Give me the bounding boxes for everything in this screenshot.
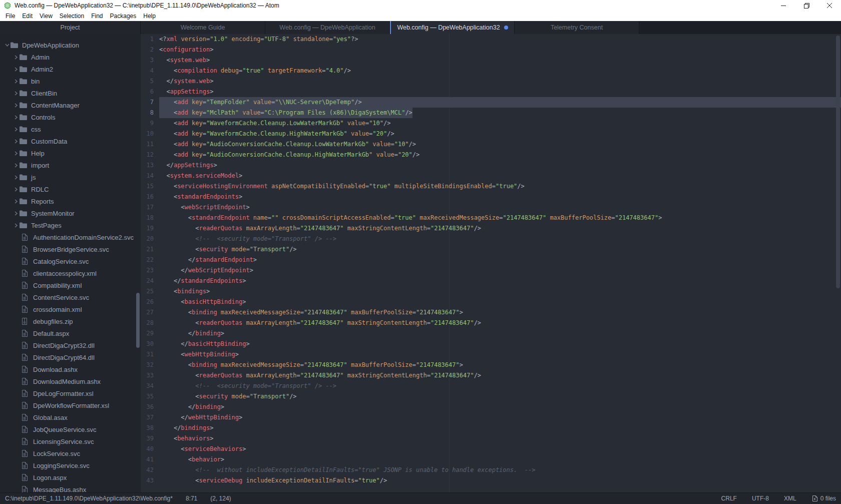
tree-item-loggingservice-svc[interactable]: LoggingService.svc bbox=[0, 459, 141, 471]
line-number[interactable]: 32 bbox=[141, 360, 154, 370]
code-line-25[interactable]: 25 <bindings> bbox=[141, 286, 841, 297]
tree-item-directdigacrypt32-dll[interactable]: DirectDigaCrypt32.dll bbox=[0, 339, 141, 351]
status-encoding[interactable]: UTF-8 bbox=[752, 495, 769, 502]
tree-item-dpelogformatter-xsl[interactable]: DpeLogFormatter.xsl bbox=[0, 387, 141, 399]
menu-help[interactable]: Help bbox=[140, 11, 159, 21]
line-number[interactable]: 4 bbox=[141, 66, 154, 76]
chevron-right-icon[interactable] bbox=[13, 127, 20, 132]
line-number[interactable]: 13 bbox=[141, 160, 154, 171]
code-line-12[interactable]: 12 <add key="AudioConversionCache.Cleanu… bbox=[141, 150, 841, 160]
tree-item-import[interactable]: import bbox=[0, 159, 141, 171]
tree-item-download-ashx[interactable]: Download.ashx bbox=[0, 363, 141, 375]
code-line-6[interactable]: 6 <appSettings> bbox=[141, 87, 841, 97]
tree-scrollbar[interactable] bbox=[136, 293, 140, 348]
code-line-9[interactable]: 9 <add key="WaveformCache.Cleanup.LowWat… bbox=[141, 118, 841, 129]
tree-item-customdata[interactable]: CustomData bbox=[0, 135, 141, 147]
status-grammar[interactable]: XML bbox=[784, 495, 796, 502]
tree-item-systemmonitor[interactable]: SystemMonitor bbox=[0, 207, 141, 219]
tree-item-catalogservice-svc[interactable]: CatalogService.svc bbox=[0, 255, 141, 267]
code-line-43[interactable]: 43 <serviceDebug includeExceptionDetailI… bbox=[141, 475, 841, 486]
chevron-right-icon[interactable] bbox=[13, 163, 20, 168]
line-number[interactable]: 5 bbox=[141, 76, 154, 87]
code-line-2[interactable]: 2<configuration> bbox=[141, 45, 841, 55]
line-number[interactable]: 7 bbox=[141, 97, 154, 108]
code-line-15[interactable]: 15 <serviceHostingEnvironment aspNetComp… bbox=[141, 181, 841, 192]
tree-item-downloadmedium-ashx[interactable]: DownloadMedium.ashx bbox=[0, 375, 141, 387]
line-number[interactable]: 25 bbox=[141, 286, 154, 297]
tree-item-jobqueueservice-svc[interactable]: JobQueueService.svc bbox=[0, 423, 141, 435]
line-number[interactable]: 17 bbox=[141, 202, 154, 213]
line-number[interactable]: 41 bbox=[141, 454, 154, 465]
chevron-right-icon[interactable] bbox=[13, 211, 20, 216]
code-line-11[interactable]: 11 <add key="AudioConversionCache.Cleanu… bbox=[141, 139, 841, 150]
status-git-files[interactable]: 0 files bbox=[811, 495, 836, 502]
chevron-right-icon[interactable] bbox=[13, 79, 20, 84]
status-line-ending[interactable]: CRLF bbox=[721, 495, 737, 502]
menu-file[interactable]: File bbox=[2, 11, 19, 21]
line-number[interactable]: 19 bbox=[141, 223, 154, 234]
tree-item-dpewebapplication[interactable]: DpeWebApplication bbox=[0, 39, 141, 51]
tree-item-rdlc[interactable]: RDLC bbox=[0, 183, 141, 195]
code-line-7[interactable]: 7 <add key="TempFolder" value="\\NUC-Ser… bbox=[141, 97, 841, 108]
code-line-40[interactable]: 40 <serviceBehaviors> bbox=[141, 444, 841, 454]
tab-web-config-dpewebapplication[interactable]: Web.config — DpeWebApplication bbox=[265, 21, 390, 34]
code-line-24[interactable]: 24 </standardEndpoints> bbox=[141, 276, 841, 286]
code-line-34[interactable]: 34 <!-- <security mode="Transport" /> --… bbox=[141, 381, 841, 391]
code-line-31[interactable]: 31 <webHttpBinding> bbox=[141, 349, 841, 360]
tab-web-config-dpewebapplication32[interactable]: Web.config — DpeWebApplication32 bbox=[390, 21, 515, 34]
code-line-10[interactable]: 10 <add key="WaveformCache.Cleanup.HighW… bbox=[141, 129, 841, 139]
chevron-right-icon[interactable] bbox=[13, 103, 20, 108]
chevron-right-icon[interactable] bbox=[13, 151, 20, 156]
tree-item-bin[interactable]: bin bbox=[0, 75, 141, 87]
code-line-18[interactable]: 18 <standardEndpoint name="" crossDomain… bbox=[141, 213, 841, 223]
tab-welcome-guide[interactable]: Welcome Guide bbox=[141, 21, 265, 34]
code-line-14[interactable]: 14 <system.serviceModel> bbox=[141, 171, 841, 181]
code-line-32[interactable]: 32 <binding maxReceivedMessageSize="2147… bbox=[141, 360, 841, 370]
chevron-right-icon[interactable] bbox=[13, 115, 20, 120]
tab-telemetry-consent[interactable]: Telemetry Consent bbox=[515, 21, 639, 34]
chevron-right-icon[interactable] bbox=[13, 139, 20, 144]
code-line-37[interactable]: 37 </webHttpBinding> bbox=[141, 412, 841, 423]
line-number[interactable]: 39 bbox=[141, 433, 154, 444]
line-number[interactable]: 26 bbox=[141, 297, 154, 307]
tree-item-testpages[interactable]: TestPages bbox=[0, 219, 141, 231]
code-line-19[interactable]: 19 <readerQuotas maxArrayLength="2147483… bbox=[141, 223, 841, 234]
code-line-29[interactable]: 29 </binding> bbox=[141, 328, 841, 339]
tree-item-admin[interactable]: Admin bbox=[0, 51, 141, 63]
tree-item-logon-aspx[interactable]: Logon.aspx bbox=[0, 471, 141, 483]
tree-item-contentmanager[interactable]: ContentManager bbox=[0, 99, 141, 111]
code-line-35[interactable]: 35 <security mode="Transport"/> bbox=[141, 391, 841, 402]
code-line-41[interactable]: 41 <behavior> bbox=[141, 454, 841, 465]
code-line-22[interactable]: 22 </standardEndpoint> bbox=[141, 255, 841, 265]
tree-item-contentservice-svc[interactable]: ContentService.svc bbox=[0, 291, 141, 303]
line-number[interactable]: 36 bbox=[141, 402, 154, 412]
chevron-right-icon[interactable] bbox=[13, 67, 20, 72]
code-line-20[interactable]: 20 <!-- <security mode="Transport" /> --… bbox=[141, 234, 841, 244]
chevron-down-icon[interactable] bbox=[4, 43, 11, 47]
line-number[interactable]: 31 bbox=[141, 349, 154, 360]
tree-item-default-aspx[interactable]: Default.aspx bbox=[0, 327, 141, 339]
status-file-path[interactable]: C:\inetpub\DPE_1.11.149.0\DpeWebApplicat… bbox=[5, 495, 173, 502]
tree-item-global-asax[interactable]: Global.asax bbox=[0, 411, 141, 423]
code-line-27[interactable]: 27 <binding maxReceivedMessageSize="2147… bbox=[141, 307, 841, 318]
line-number[interactable]: 40 bbox=[141, 444, 154, 454]
chevron-right-icon[interactable] bbox=[13, 91, 20, 96]
line-number[interactable]: 35 bbox=[141, 391, 154, 402]
tree-item-clientbin[interactable]: ClientBin bbox=[0, 87, 141, 99]
tree-item-help[interactable]: Help bbox=[0, 147, 141, 159]
line-number[interactable]: 14 bbox=[141, 171, 154, 181]
line-number[interactable]: 23 bbox=[141, 265, 154, 276]
line-number[interactable]: 38 bbox=[141, 423, 154, 433]
line-number[interactable]: 18 bbox=[141, 213, 154, 223]
chevron-right-icon[interactable] bbox=[13, 175, 20, 180]
line-number[interactable]: 16 bbox=[141, 192, 154, 202]
tree-item-crossdomain-xml[interactable]: crossdomain.xml bbox=[0, 303, 141, 315]
line-number[interactable]: 24 bbox=[141, 276, 154, 286]
line-number[interactable]: 15 bbox=[141, 181, 154, 192]
line-number[interactable]: 42 bbox=[141, 465, 154, 475]
line-number[interactable]: 2 bbox=[141, 45, 154, 55]
line-number[interactable]: 8 bbox=[141, 108, 154, 118]
line-number[interactable]: 9 bbox=[141, 118, 154, 129]
tree-item-compatibility-xml[interactable]: Compatibility.xml bbox=[0, 279, 141, 291]
chevron-right-icon[interactable] bbox=[13, 223, 20, 228]
